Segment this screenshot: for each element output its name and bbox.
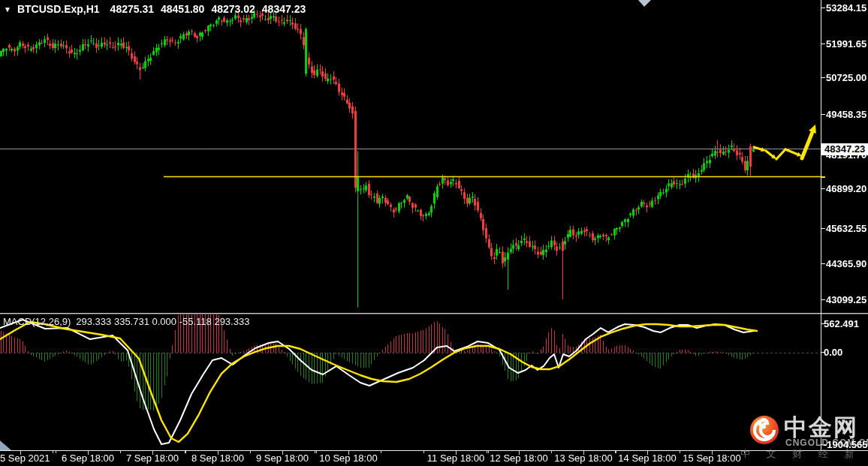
indicator-axis-label: -1904.565 xyxy=(824,439,868,451)
chart-plot-area[interactable] xyxy=(0,0,868,466)
price-axis-label: 51991.65 xyxy=(826,38,866,50)
quote-low: 48273.02 xyxy=(211,3,255,15)
time-axis-label: 6 Sep 18:00 xyxy=(52,452,124,464)
time-axis-label: 9 Sep 18:00 xyxy=(246,452,318,464)
macd-name: MACD(12,26,9) xyxy=(3,316,71,327)
time-axis-label: 11 Sep 18:00 xyxy=(420,452,492,464)
mt4-chart-window: 中金网 CNGOLD.COM.CN 中 文 财 经 新 媒 体 ▼ BTCUSD… xyxy=(0,0,868,466)
price-axis-label: 43099.25 xyxy=(826,294,866,306)
cngold-logo-icon xyxy=(749,415,779,445)
price-axis-label: 49458.35 xyxy=(826,109,866,121)
time-axis-label: 14 Sep 18:00 xyxy=(611,452,683,464)
time-axis-label: 7 Sep 18:00 xyxy=(116,452,188,464)
time-axis-label: 13 Sep 18:00 xyxy=(547,452,619,464)
price-axis-label: 44365.90 xyxy=(826,258,866,270)
price-axis-label: 46899.20 xyxy=(826,183,866,195)
price-axis-label: 50725.00 xyxy=(826,72,866,84)
macd-indicator-label: MACD(12,26,9)293.333 335.731 0.000 -55.1… xyxy=(3,316,249,327)
quote-close: 48347.23 xyxy=(262,3,306,15)
current-price-tag: 48347.23 xyxy=(821,143,868,155)
quote-high: 48451.80 xyxy=(161,3,204,15)
indicator-axis-label: 0.00 xyxy=(824,347,842,359)
macd-values: 293.333 335.731 0.000 -55.118 293.333 xyxy=(76,316,249,327)
symbol-period-label: BTCUSD.Exp,H1 xyxy=(17,3,100,15)
time-axis-label: 8 Sep 18:00 xyxy=(182,452,254,464)
time-axis-label: 12 Sep 18:00 xyxy=(483,452,555,464)
quote-open: 48275.31 xyxy=(110,3,154,15)
chart-collapse-icon[interactable]: ▼ xyxy=(4,5,11,14)
time-axis-label: 15 Sep 18:00 xyxy=(676,452,748,464)
chart-title: ▼ BTCUSD.Exp,H1 48275.31 48451.80 48273.… xyxy=(4,3,312,15)
indicator-axis-label: 562.491 xyxy=(824,318,859,330)
time-axis-label: 10 Sep 18:00 xyxy=(312,452,384,464)
price-axis-label: 45632.55 xyxy=(826,223,866,235)
price-axis-label: 53284.15 xyxy=(826,2,866,14)
